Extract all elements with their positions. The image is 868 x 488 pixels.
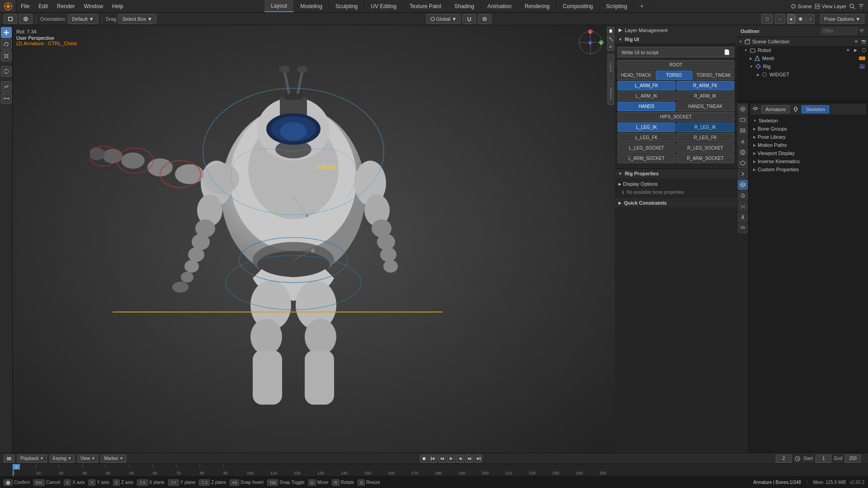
l-arm-socket-btn[interactable]: L_ARM_SOCKET xyxy=(618,154,675,163)
tab-scripting[interactable]: Scripting xyxy=(600,0,634,12)
bone-groups-prop-item[interactable]: ▶ Bone Groups xyxy=(750,125,866,133)
tab-uv-editing[interactable]: UV Editing xyxy=(364,0,403,12)
tab-texture-paint[interactable]: Texture Paint xyxy=(403,0,448,12)
rig-ui-header[interactable]: ▼ Rig UI xyxy=(615,35,737,44)
marker-dropdown[interactable]: Marker ▼ xyxy=(101,455,126,463)
torso-btn[interactable]: TORSO xyxy=(656,70,693,80)
motion-paths-prop-item[interactable]: ▶ Motion Paths xyxy=(750,141,866,149)
keying-dropdown[interactable]: Keying ▼ xyxy=(50,455,75,463)
r-leg-fk-btn[interactable]: R_LEG_FK xyxy=(676,133,734,142)
jump-to-start-btn[interactable] xyxy=(429,455,437,463)
tab-rendering[interactable]: Rendering xyxy=(518,0,556,12)
material-shading-btn[interactable]: ◉ xyxy=(796,14,806,24)
view-layer-props-btn[interactable] xyxy=(738,126,748,136)
display-options-item[interactable]: ▶ Display Options xyxy=(618,180,733,188)
tab-modeling[interactable]: Modeling xyxy=(294,0,329,12)
robot-camera[interactable]: ▶ xyxy=(853,47,858,53)
start-frame-input[interactable] xyxy=(816,455,831,463)
rig-item[interactable]: ▼ Rig xyxy=(737,62,868,70)
menu-render[interactable]: Render xyxy=(52,0,79,12)
annotate-btn[interactable] xyxy=(1,81,12,92)
hands-tweak-btn[interactable]: HANDS_TWEAK xyxy=(676,102,734,111)
play-reverse-btn[interactable] xyxy=(447,455,455,463)
tab-animation[interactable]: Animation xyxy=(481,0,518,12)
tab-sculpting[interactable]: Sculpting xyxy=(329,0,364,12)
move-tool-btn[interactable] xyxy=(1,27,12,38)
proportional-btn[interactable] xyxy=(478,14,491,24)
modifier-props-btn[interactable] xyxy=(738,169,748,179)
transform-tool-btn[interactable] xyxy=(1,66,12,77)
filter-icon[interactable] xyxy=(858,3,864,9)
root-btn[interactable]: ROOT xyxy=(618,60,734,70)
navigation-gizmo[interactable]: Y X Z xyxy=(577,29,604,56)
viewport-view-btn[interactable]: 👁 xyxy=(607,43,614,51)
l-leg-ik-btn[interactable]: L_LEG_IK xyxy=(618,122,675,132)
solid-shading-btn[interactable]: ● xyxy=(787,14,796,24)
step-back-btn[interactable] xyxy=(438,455,446,463)
inverse-kinematics-prop-item[interactable]: ▶ Inverse Kinematics xyxy=(750,157,866,165)
search-icon[interactable] xyxy=(849,3,855,9)
l-arm-ik-btn[interactable]: L_ARM_IK xyxy=(618,91,675,101)
l-leg-fk-btn[interactable]: L_LEG_FK xyxy=(618,133,675,142)
armature-type-btn[interactable]: Armature xyxy=(761,105,790,113)
global-dropdown[interactable]: Global ▼ xyxy=(426,14,461,24)
render-props-btn[interactable] xyxy=(738,104,748,114)
view-dropdown[interactable]: View ▼ xyxy=(77,455,98,463)
head-track-btn[interactable]: HEAD_TRACK xyxy=(618,70,655,80)
custom-properties-prop-item[interactable]: ▶ Custom Properties xyxy=(750,165,866,174)
l-leg-socket-btn[interactable]: L_LEG_SOCKET xyxy=(618,143,675,153)
robot-eye[interactable]: 👁 xyxy=(845,47,851,53)
playback-dropdown[interactable]: Playback ▼ xyxy=(17,455,47,463)
play-forward-btn[interactable] xyxy=(456,455,464,463)
menu-edit[interactable]: Edit xyxy=(34,0,52,12)
physics-props-btn[interactable] xyxy=(738,212,748,222)
r-leg-ik-btn[interactable]: R_LEG_IK xyxy=(676,122,734,132)
layer-management-header[interactable]: ▶ Layer Management xyxy=(615,25,737,35)
material-props-btn[interactable] xyxy=(738,191,748,201)
scale-tool-btn[interactable] xyxy=(1,51,12,61)
step-forward-btn[interactable] xyxy=(465,455,473,463)
xray-toggle-btn[interactable]: ⬦ xyxy=(775,14,785,24)
pose-options-dropdown[interactable]: Pose Options ▼ xyxy=(820,14,864,24)
quick-constraints-header[interactable]: ▶ Quick Constraints xyxy=(615,198,737,207)
cursor-btn[interactable] xyxy=(19,14,33,24)
hands-btn[interactable]: HANDS xyxy=(618,102,675,111)
snap-btn[interactable] xyxy=(462,14,476,24)
viewport-item-btn[interactable]: 📋 xyxy=(607,27,614,34)
tab-layout[interactable]: Layout xyxy=(264,0,294,12)
object-data-props-btn[interactable] xyxy=(738,180,748,190)
end-frame-input[interactable] xyxy=(845,455,861,463)
pose-library-prop-item[interactable]: ▶ Pose Library xyxy=(750,133,866,141)
scene-props-btn[interactable] xyxy=(738,136,748,146)
output-props-btn[interactable] xyxy=(738,115,748,125)
stop-btn[interactable] xyxy=(420,455,428,463)
measure-btn[interactable] xyxy=(1,93,12,104)
constraints-props-btn[interactable] xyxy=(738,223,748,233)
write-ui-script-btn[interactable]: Write UI to script 📄 xyxy=(618,47,734,57)
r-arm-socket-btn[interactable]: R_ARM_SOCKET xyxy=(676,154,734,163)
rig-properties-header[interactable]: ▼ Rig Properties xyxy=(615,169,737,178)
timeline-menu-btn[interactable] xyxy=(4,455,14,463)
particles-props-btn[interactable] xyxy=(738,202,748,211)
menu-file[interactable]: File xyxy=(16,0,34,12)
tab-compositing[interactable]: Compositing xyxy=(557,0,600,12)
select-mode-btn[interactable] xyxy=(4,14,17,24)
orientation-dropdown[interactable]: Default ▼ xyxy=(68,14,98,24)
rotate-tool-btn[interactable] xyxy=(1,39,12,50)
r-leg-socket-btn[interactable]: R_LEG_SOCKET xyxy=(676,143,734,153)
scene-collection-eye[interactable]: 👁 xyxy=(854,39,859,44)
outliner-search[interactable] xyxy=(821,28,857,35)
world-props-btn[interactable] xyxy=(738,147,748,157)
timeline-ruler[interactable]: 2 2 10 20 30 40 50 60 70 80 90 100 110 1… xyxy=(0,464,868,476)
menu-window[interactable]: Window xyxy=(79,0,108,12)
jump-to-end-btn[interactable] xyxy=(474,455,482,463)
rename-btn[interactable]: Rename xyxy=(608,82,614,105)
skeleton-type-btn[interactable]: Skeleton xyxy=(802,105,829,113)
current-frame-input[interactable] xyxy=(776,455,792,463)
mesh-item[interactable]: ▶ Mesh xyxy=(737,54,868,62)
outliner-filter-icon[interactable] xyxy=(859,28,864,34)
robot-collection-item[interactable]: ▼ Robot 👁 ▶ xyxy=(737,46,868,54)
r-arm-fk-btn[interactable]: R_ARM_FK xyxy=(676,81,734,90)
tab-shading[interactable]: Shading xyxy=(448,0,481,12)
viewport[interactable]: ToRSO Rot: 7.34 User Perspective (2) Arm… xyxy=(13,25,615,453)
